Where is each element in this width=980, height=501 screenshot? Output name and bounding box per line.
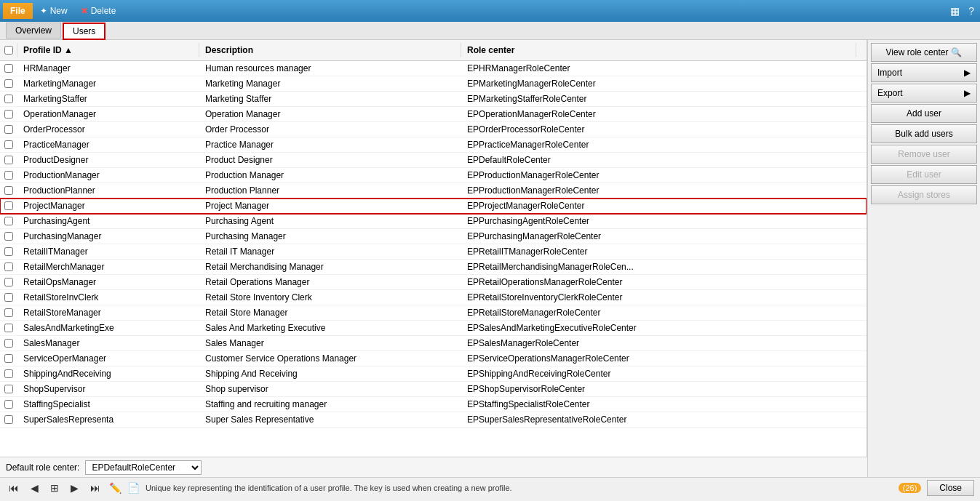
description-cell: Project Manager bbox=[199, 199, 461, 213]
table-row[interactable]: RetailITManager Retail IT Manager EPReta… bbox=[0, 244, 867, 260]
row-checkbox[interactable] bbox=[0, 398, 17, 411]
row-checkbox[interactable] bbox=[0, 92, 17, 105]
row-checkbox[interactable] bbox=[0, 199, 17, 212]
row-checkbox[interactable] bbox=[0, 321, 17, 334]
role-center-cell: EPProjectManagerRoleCenter bbox=[461, 199, 867, 213]
row-checkbox[interactable] bbox=[0, 184, 17, 197]
role-center-cell: EPMarketingStafferRoleCenter bbox=[461, 92, 867, 106]
sort-asc-icon: ▲ bbox=[64, 45, 73, 55]
nav-prev-button[interactable]: ◀ bbox=[28, 481, 41, 495]
table-row[interactable]: StaffingSpecialist Staffing and recruiti… bbox=[0, 397, 867, 412]
table-row[interactable]: ServiceOperManager Customer Service Oper… bbox=[0, 351, 867, 366]
row-checkbox[interactable] bbox=[0, 77, 17, 90]
delete-button[interactable]: ✖ Delete bbox=[75, 3, 122, 19]
import-button[interactable]: Import ▶ bbox=[871, 63, 977, 82]
row-checkbox[interactable] bbox=[0, 245, 17, 258]
bulk-add-users-button[interactable]: Bulk add users bbox=[871, 124, 977, 143]
table-row[interactable]: OrderProcessor Order Processor EPOrderPr… bbox=[0, 122, 867, 137]
table-header: Profile ID ▲ Description Role center bbox=[0, 40, 867, 61]
table-row[interactable]: ProjectManager Project Manager EPProject… bbox=[0, 199, 867, 214]
table-row[interactable]: ShippingAndReceiving Shipping And Receiv… bbox=[0, 366, 867, 382]
new-label: New bbox=[50, 6, 68, 16]
table-row[interactable]: SuperSalesRepresenta Super Sales Represe… bbox=[0, 412, 867, 428]
role-center-cell: EPRetailITManagerRoleCenter bbox=[461, 244, 867, 259]
table-row[interactable]: ProductDesigner Product Designer EPDefau… bbox=[0, 153, 867, 168]
menu-right-buttons: ▦ ? bbox=[947, 4, 977, 18]
assign-stores-button[interactable]: Assign stores bbox=[871, 185, 977, 204]
description-header[interactable]: Description bbox=[199, 43, 461, 57]
tab-users[interactable]: Users bbox=[63, 23, 105, 40]
default-role-center-select[interactable]: EPDefaultRoleCenter bbox=[85, 460, 202, 475]
row-checkbox[interactable] bbox=[0, 352, 17, 365]
role-center-cell: EPOperationManagerRoleCenter bbox=[461, 107, 867, 121]
table-row[interactable]: ProductionManager Production Manager EPP… bbox=[0, 168, 867, 183]
close-button[interactable]: Close bbox=[927, 480, 974, 496]
delete-label: Delete bbox=[91, 6, 116, 16]
role-center-cell: EPPurchasingManagerRoleCenter bbox=[461, 229, 867, 244]
row-checkbox[interactable] bbox=[0, 123, 17, 136]
nav-next-button[interactable]: ▶ bbox=[68, 481, 81, 495]
edit-user-button[interactable]: Edit user bbox=[871, 165, 977, 184]
add-user-button[interactable]: Add user bbox=[871, 104, 977, 123]
row-checkbox[interactable] bbox=[0, 337, 17, 350]
select-all-checkbox[interactable] bbox=[4, 46, 13, 55]
profile-id-cell: HRManager bbox=[17, 61, 199, 76]
row-checkbox[interactable] bbox=[0, 215, 17, 228]
profile-id-cell: RetailStoreManager bbox=[17, 305, 199, 320]
description-cell: Retail Store Manager bbox=[199, 305, 461, 320]
remove-user-button[interactable]: Remove user bbox=[871, 145, 977, 164]
table-row[interactable]: RetailOpsManager Retail Operations Manag… bbox=[0, 275, 867, 290]
row-checkbox[interactable] bbox=[0, 153, 17, 167]
table-row[interactable]: SalesAndMarketingExe Sales And Marketing… bbox=[0, 321, 867, 336]
view-toggle-button[interactable]: ▦ bbox=[947, 4, 963, 18]
table-row[interactable]: MarketingStaffer Marketing Staffer EPMar… bbox=[0, 92, 867, 107]
nav-first-button[interactable]: ⏮ bbox=[6, 481, 22, 495]
file-menu-button[interactable]: File bbox=[3, 3, 33, 19]
view-role-center-button[interactable]: View role center 🔍 bbox=[871, 43, 977, 62]
help-button[interactable]: ? bbox=[965, 4, 977, 18]
table-row[interactable]: SalesManager Sales Manager EPSalesManage… bbox=[0, 336, 867, 351]
row-checkbox[interactable] bbox=[0, 169, 17, 182]
nav-last-button[interactable]: ⏭ bbox=[87, 481, 103, 495]
new-button[interactable]: ✦ New bbox=[34, 3, 73, 19]
tab-overview[interactable]: Overview bbox=[6, 23, 61, 39]
row-checkbox[interactable] bbox=[0, 306, 17, 319]
row-checkbox[interactable] bbox=[0, 291, 17, 304]
row-checkbox[interactable] bbox=[0, 138, 17, 151]
profile-id-cell: ProductDesigner bbox=[17, 153, 199, 167]
checkbox-header[interactable] bbox=[0, 43, 17, 57]
view-button[interactable]: 📄 bbox=[127, 482, 140, 494]
profile-id-cell: RetailOpsManager bbox=[17, 275, 199, 289]
nav-grid-button[interactable]: ⊞ bbox=[47, 481, 62, 495]
row-checkbox[interactable] bbox=[0, 260, 17, 273]
table-row[interactable]: HRManager Human resources manager EPHRMa… bbox=[0, 61, 867, 76]
table-row[interactable]: ProductionPlanner Production Planner EPP… bbox=[0, 183, 867, 199]
role-center-header[interactable]: Role center bbox=[461, 43, 856, 57]
row-checkbox[interactable] bbox=[0, 382, 17, 396]
row-checkbox[interactable] bbox=[0, 367, 17, 380]
table-body[interactable]: HRManager Human resources manager EPHRMa… bbox=[0, 61, 867, 457]
export-button[interactable]: Export ▶ bbox=[871, 84, 977, 103]
table-row[interactable]: PurchasingAgent Purchasing Agent EPPurch… bbox=[0, 214, 867, 229]
role-center-cell: EPHRManagerRoleCenter bbox=[461, 61, 867, 76]
table-row[interactable]: OperationManager Operation Manager EPOpe… bbox=[0, 107, 867, 122]
row-checkbox[interactable] bbox=[0, 413, 17, 426]
description-cell: Operation Manager bbox=[199, 107, 461, 121]
profile-id-cell: PracticeManager bbox=[17, 137, 199, 152]
row-checkbox[interactable] bbox=[0, 276, 17, 289]
row-checkbox[interactable] bbox=[0, 230, 17, 243]
profile-id-header[interactable]: Profile ID ▲ bbox=[17, 43, 199, 57]
table-row[interactable]: ShopSupervisor Shop supervisor EPShopSup… bbox=[0, 382, 867, 397]
table-row[interactable]: PurchasingManager Purchasing Manager EPP… bbox=[0, 229, 867, 244]
row-checkbox[interactable] bbox=[0, 108, 17, 121]
table-row[interactable]: MarketingManager Marketing Manager EPMar… bbox=[0, 76, 867, 92]
edit-pencil-button[interactable]: ✏️ bbox=[109, 482, 121, 494]
row-checkbox[interactable] bbox=[0, 62, 17, 75]
description-cell: Retail Operations Manager bbox=[199, 275, 461, 289]
table-row[interactable]: RetailStoreInvClerk Retail Store Invento… bbox=[0, 290, 867, 305]
content-area: Profile ID ▲ Description Role center HRM… bbox=[0, 40, 867, 477]
description-cell: Retail IT Manager bbox=[199, 244, 461, 259]
table-row[interactable]: RetailStoreManager Retail Store Manager … bbox=[0, 305, 867, 321]
table-row[interactable]: PracticeManager Practice Manager EPPract… bbox=[0, 137, 867, 153]
table-row[interactable]: RetailMerchManager Retail Merchandising … bbox=[0, 260, 867, 275]
